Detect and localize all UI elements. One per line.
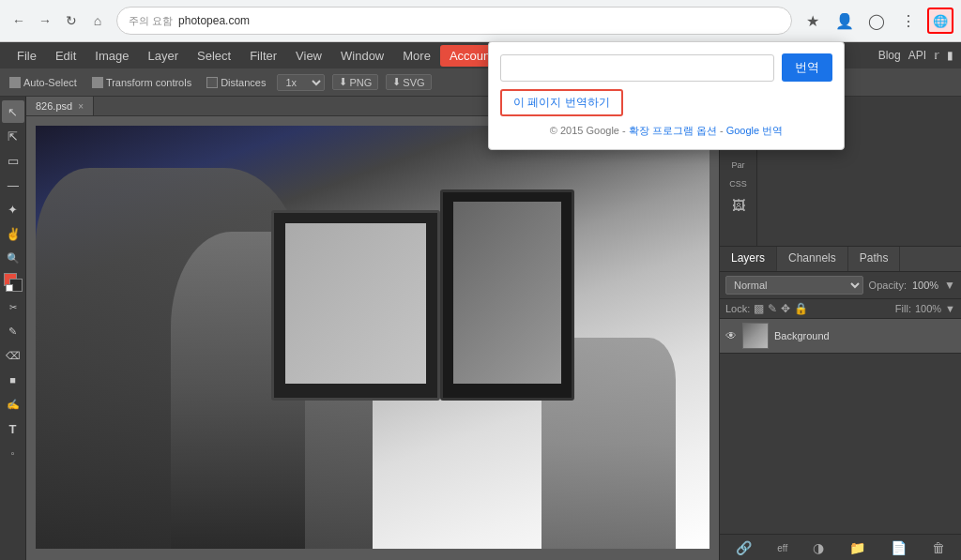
- new-layer-button[interactable]: 📄: [887, 538, 910, 557]
- profile-icon[interactable]: 👤: [831, 8, 858, 34]
- menu-file[interactable]: File: [8, 45, 46, 67]
- menu-icon[interactable]: ⋮: [895, 8, 922, 34]
- export-svg-button[interactable]: ⬇ SVG: [386, 74, 431, 90]
- magic-wand-button[interactable]: ✦: [2, 198, 24, 220]
- menu-window[interactable]: Window: [331, 45, 393, 67]
- blend-mode-select[interactable]: Normal Multiply Screen Overlay: [725, 276, 863, 295]
- transform-controls-label: Transform controls: [106, 77, 191, 88]
- translate-icon[interactable]: 🌐: [927, 8, 953, 34]
- translate-button[interactable]: 번역: [782, 53, 832, 82]
- footer-copyright: © 2015 Google -: [550, 125, 626, 136]
- fill-arrow[interactable]: ▼: [945, 303, 955, 314]
- canvas-placeholder: [36, 126, 709, 549]
- app-wrapper: ← → ↻ ⌂ 주의 요함 photopea.com ★ 👤 ◯ ⋮ 🌐 Fil…: [0, 0, 961, 560]
- delete-layer-button[interactable]: 🗑: [928, 538, 949, 557]
- lock-checker-icon[interactable]: ▩: [754, 302, 764, 315]
- canvas-tab[interactable]: 826.psd ×: [26, 97, 94, 115]
- distances-checkbox[interactable]: [206, 77, 218, 88]
- menu-select[interactable]: Select: [188, 45, 240, 67]
- transform-controls-checkbox[interactable]: [92, 77, 103, 88]
- back-button[interactable]: ←: [8, 9, 30, 32]
- menu-filter[interactable]: Filter: [240, 45, 286, 67]
- right-panel: Pro Bru Cha Par CSS 🖼 Open Layers Channe…: [719, 97, 961, 560]
- browser-chrome: ← → ↻ ⌂ 주의 요함 photopea.com ★ 👤 ◯ ⋮ 🌐: [0, 0, 961, 42]
- translate-popup: 번역 이 페이지 번역하기 © 2015 Google - 확장 프로그램 옵션…: [488, 41, 845, 150]
- layer-visibility-toggle[interactable]: 👁: [725, 329, 737, 342]
- auto-select-checkbox[interactable]: [9, 77, 21, 88]
- url-text: photopea.com: [178, 14, 250, 27]
- security-warning: 주의 요함: [129, 14, 173, 28]
- eraser-tool-button[interactable]: ⌫: [2, 344, 24, 367]
- forward-button[interactable]: →: [34, 9, 56, 32]
- menu-edit[interactable]: Edit: [46, 45, 85, 67]
- menu-facebook-icon[interactable]: ▮: [947, 49, 953, 62]
- panel-nav-img[interactable]: 🖼: [722, 194, 755, 217]
- address-bar[interactable]: 주의 요함 photopea.com: [116, 7, 792, 35]
- footer-separator: -: [720, 125, 724, 136]
- shape-tool-button[interactable]: ■: [2, 369, 24, 391]
- translate-footer: © 2015 Google - 확장 프로그램 옵션 - Google 번역: [500, 124, 832, 138]
- fill-value: 100%: [915, 303, 941, 314]
- tab-channels[interactable]: Channels: [777, 247, 848, 271]
- pen-tool-button[interactable]: ✍: [2, 393, 24, 416]
- mask-button[interactable]: ◑: [809, 538, 828, 557]
- menu-layer[interactable]: Layer: [139, 45, 189, 67]
- opacity-value: 100%: [912, 280, 938, 291]
- zoom-button[interactable]: 🔍: [2, 247, 24, 269]
- zoom-dropdown[interactable]: 1x2x0.5x: [277, 74, 325, 91]
- bookmark-icon[interactable]: ★: [800, 8, 826, 34]
- lasso-button[interactable]: ⸻: [2, 174, 24, 196]
- layers-tabs: Layers Channels Paths: [720, 247, 961, 272]
- tab-paths[interactable]: Paths: [848, 247, 901, 271]
- color-swatches[interactable]: [4, 273, 23, 292]
- menu-api[interactable]: API: [908, 49, 926, 62]
- layer-name: Background: [774, 330, 955, 341]
- extension-options-link[interactable]: 확장 프로그램 옵션: [629, 125, 717, 136]
- extensions-icon[interactable]: ◯: [863, 8, 890, 34]
- lock-all-icon[interactable]: 🔒: [794, 302, 808, 315]
- translate-input-row: 번역: [500, 53, 832, 82]
- selection-tool-button[interactable]: ⇱: [2, 125, 24, 147]
- google-translate-link[interactable]: Google 번역: [726, 125, 784, 136]
- path-tool-button[interactable]: ◦: [2, 442, 24, 464]
- crop-tool-button[interactable]: ✂: [2, 295, 24, 318]
- toolbox: ↖ ⇱ ▭ ⸻ ✦ ✌ 🔍 ✂ ✎ ⌫ ■ ✍ T ◦: [0, 97, 26, 560]
- layers-empty-space: [720, 354, 961, 534]
- hand-button[interactable]: ✌: [2, 222, 24, 245]
- menu-image[interactable]: Image: [85, 45, 138, 67]
- fill-label: Fill:: [895, 303, 911, 314]
- rect-select-button[interactable]: ▭: [2, 149, 24, 172]
- opacity-arrow[interactable]: ▼: [944, 279, 955, 292]
- menu-right: Blog API 𝕣 ▮: [878, 49, 953, 62]
- tab-layers[interactable]: Layers: [720, 247, 777, 271]
- lock-brush-icon[interactable]: ✎: [768, 302, 777, 315]
- home-button[interactable]: ⌂: [86, 9, 109, 32]
- menu-view[interactable]: View: [286, 45, 331, 67]
- translate-search-input[interactable]: [500, 54, 774, 82]
- panel-nav-par[interactable]: Par: [722, 157, 755, 174]
- brush-tool-button[interactable]: ✎: [2, 320, 24, 342]
- menu-blog[interactable]: Blog: [878, 49, 901, 62]
- move-tool-button[interactable]: ↖: [2, 100, 24, 123]
- menu-more[interactable]: More: [393, 45, 440, 67]
- distances-toggle[interactable]: Distances: [203, 75, 269, 90]
- link-layers-button[interactable]: 🔗: [732, 538, 755, 557]
- panel-nav-css[interactable]: CSS: [722, 175, 755, 192]
- auto-select-toggle[interactable]: Auto-Select: [6, 75, 81, 90]
- tab-close-button[interactable]: ×: [78, 101, 84, 112]
- layer-thumbnail: [742, 323, 769, 349]
- transform-controls-toggle[interactable]: Transform controls: [88, 75, 195, 90]
- effects-button[interactable]: eff: [773, 541, 791, 555]
- layer-item[interactable]: 👁 Background: [720, 319, 961, 354]
- lock-move-icon[interactable]: ✥: [781, 302, 790, 315]
- reload-button[interactable]: ↻: [60, 9, 83, 32]
- layers-bottom-toolbar: 🔗 eff ◑ 📁 📄 🗑: [720, 534, 961, 560]
- blend-mode-row: Normal Multiply Screen Overlay Opacity: …: [720, 272, 961, 299]
- group-button[interactable]: 📁: [846, 538, 869, 557]
- translate-page-button[interactable]: 이 페이지 번역하기: [500, 89, 623, 116]
- export-png-button[interactable]: ⬇ PNG: [332, 74, 378, 90]
- distances-label: Distances: [221, 77, 266, 88]
- lock-row: Lock: ▩ ✎ ✥ 🔒 Fill: 100% ▼: [720, 299, 961, 319]
- menu-twitter-icon[interactable]: 𝕣: [934, 49, 939, 62]
- text-tool-button[interactable]: T: [2, 417, 24, 440]
